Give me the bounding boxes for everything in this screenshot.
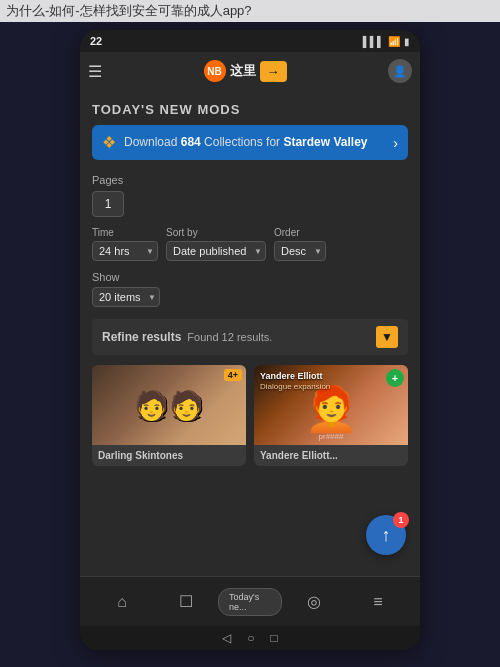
- yandere-card-image: 🧑‍🦰 Yandere Elliott Dialogue expansion p…: [254, 365, 408, 445]
- android-bar: ◁ ○ □: [80, 626, 420, 650]
- show-row: Show 20 items 40 items 80 items: [92, 271, 408, 307]
- mod-card-darling[interactable]: 🧑 🧑 4+ Darling Skintones: [92, 365, 246, 466]
- pages-input[interactable]: 1: [92, 191, 124, 217]
- show-select[interactable]: 20 items 40 items 80 items: [92, 287, 160, 307]
- section-title: TODAY'S NEW MODS: [92, 102, 408, 117]
- android-home-button[interactable]: ○: [247, 631, 254, 645]
- fab-button[interactable]: ↑ 1: [366, 515, 406, 555]
- mod-grid: 🧑 🧑 4+ Darling Skintones 🧑‍🦰 Yandere Ell…: [92, 365, 408, 466]
- darling-badge: 4+: [224, 369, 242, 381]
- pixel-char-2: 🧑: [169, 389, 204, 422]
- main-content: TODAY'S NEW MODS ❖ Download 684 Collecti…: [80, 90, 420, 576]
- time-filter-group: Time 24 hrs 1 week 1 month All time: [92, 227, 158, 261]
- logo-here-text: 这里: [230, 62, 256, 80]
- top-nav: ☰ NB 这里 → 👤: [80, 52, 420, 90]
- mod-card-yandere[interactable]: 🧑‍🦰 Yandere Elliott Dialogue expansion p…: [254, 365, 408, 466]
- banner-count: 684: [181, 135, 201, 149]
- wifi-icon: 📶: [388, 36, 400, 47]
- current-tab-pill: Today's ne...: [218, 588, 282, 616]
- banner-game: Stardew Valley: [283, 135, 367, 149]
- darling-card-label: Darling Skintones: [92, 445, 246, 466]
- download-banner[interactable]: ❖ Download 684 Collections for Stardew V…: [92, 125, 408, 160]
- darling-card-image: 🧑 🧑 4+: [92, 365, 246, 445]
- podcast-icon: ◎: [307, 592, 321, 611]
- nexus-logo-icon: NB: [204, 60, 226, 82]
- sortby-select-wrapper: Date published Endorsements Downloads Na…: [166, 241, 266, 261]
- fab-icon: ↑: [382, 525, 391, 546]
- banner-prefix: Download: [124, 135, 181, 149]
- status-time: 22: [90, 35, 102, 47]
- bottom-nav-current-tab[interactable]: Today's ne...: [218, 588, 282, 616]
- hamburger-icon[interactable]: ☰: [88, 62, 102, 81]
- signal-icon: ▌▌▌: [363, 36, 384, 47]
- bottom-nav-home[interactable]: ⌂: [90, 593, 154, 611]
- bookmark-icon: ☐: [179, 592, 193, 611]
- fab-badge: 1: [393, 512, 409, 528]
- android-back-button[interactable]: ◁: [222, 631, 231, 645]
- yandere-card-label: Yandere Elliott...: [254, 445, 408, 466]
- show-label: Show: [92, 271, 408, 283]
- refine-label: Refine results: [102, 330, 181, 344]
- collections-icon: ❖: [102, 133, 116, 152]
- bottom-nav: ⌂ ☐ Today's ne... ◎ ≡: [80, 576, 420, 626]
- sortby-filter-label: Sort by: [166, 227, 266, 238]
- search-arrow-icon[interactable]: →: [260, 61, 287, 82]
- battery-icon: ▮: [404, 36, 410, 47]
- bottom-nav-bookmark[interactable]: ☐: [154, 592, 218, 611]
- yandere-sub-overlay: Dialogue expansion: [260, 382, 330, 391]
- sortby-filter-group: Sort by Date published Endorsements Down…: [166, 227, 266, 261]
- logo-area: NB 这里 →: [108, 60, 382, 82]
- refine-count: Found 12 results.: [187, 331, 272, 343]
- yandere-title-overlay: Yandere Elliott: [260, 371, 323, 381]
- watermark-text: 为什么-如何-怎样找到安全可靠的成人app?: [0, 0, 500, 22]
- pages-label: Pages: [92, 174, 408, 186]
- order-select-wrapper: Desc Asc: [274, 241, 326, 261]
- phone-frame: 22 ▌▌▌ 📶 ▮ ☰ NB 这里 → 👤 TODAY'S NEW MODS …: [80, 30, 420, 650]
- status-icons: ▌▌▌ 📶 ▮: [363, 36, 410, 47]
- banner-middle: Collections for: [201, 135, 284, 149]
- darling-image-bg: 🧑 🧑: [92, 365, 246, 445]
- time-select-wrapper: 24 hrs 1 week 1 month All time: [92, 241, 158, 261]
- filter-row: Time 24 hrs 1 week 1 month All time Sort…: [92, 227, 408, 261]
- yandere-credit-text: pr####: [319, 432, 344, 441]
- show-select-wrapper: 20 items 40 items 80 items: [92, 287, 160, 307]
- android-recents-button[interactable]: □: [271, 631, 278, 645]
- sortby-select[interactable]: Date published Endorsements Downloads Na…: [166, 241, 266, 261]
- bottom-nav-menu[interactable]: ≡: [346, 593, 410, 611]
- home-icon: ⌂: [117, 593, 127, 611]
- pixel-char-1: 🧑: [134, 389, 169, 422]
- order-select[interactable]: Desc Asc: [274, 241, 326, 261]
- refine-toggle-button[interactable]: ▼: [376, 326, 398, 348]
- yandere-plus-badge: +: [386, 369, 404, 387]
- banner-arrow-icon: ›: [393, 135, 398, 151]
- menu-icon: ≡: [373, 593, 382, 611]
- order-filter-group: Order Desc Asc: [274, 227, 326, 261]
- status-bar: 22 ▌▌▌ 📶 ▮: [80, 30, 420, 52]
- bottom-nav-podcast[interactable]: ◎: [282, 592, 346, 611]
- banner-text: Download 684 Collections for Stardew Val…: [124, 134, 385, 151]
- order-filter-label: Order: [274, 227, 326, 238]
- user-avatar[interactable]: 👤: [388, 59, 412, 83]
- refine-bar: Refine results Found 12 results. ▼: [92, 319, 408, 355]
- time-select[interactable]: 24 hrs 1 week 1 month All time: [92, 241, 158, 261]
- time-filter-label: Time: [92, 227, 158, 238]
